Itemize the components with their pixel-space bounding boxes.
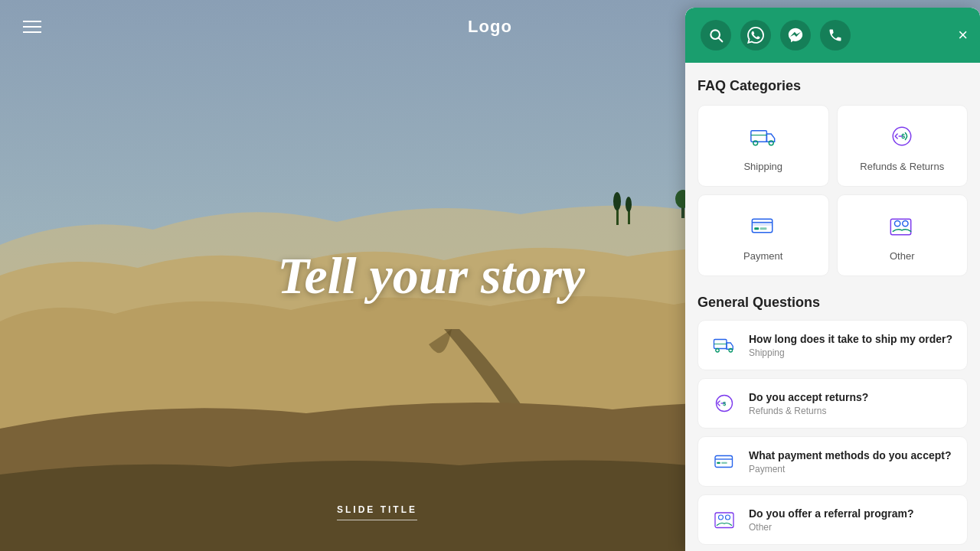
faq-panel: × FAQ Categories Shipping	[685, 8, 980, 551]
refunds-icon: $	[885, 119, 919, 153]
svg-rect-27	[760, 227, 766, 230]
payment-icon	[746, 209, 780, 243]
svg-line-16	[719, 38, 723, 42]
faq-category: Shipping	[749, 347, 955, 358]
panel-header: ×	[685, 8, 980, 63]
svg-rect-40	[721, 462, 727, 464]
refunds-label: Refunds & Returns	[860, 161, 944, 172]
faq-item-text: Do you accept returns? Refunds & Returns	[749, 390, 955, 416]
faq-question: How long does it take to ship my order?	[749, 332, 955, 346]
other-icon	[885, 209, 919, 243]
faq-category: Payment	[749, 464, 955, 474]
faq-returns-icon: $	[710, 390, 738, 417]
faq-item-shipping[interactable]: How long does it take to ship my order? …	[697, 320, 968, 370]
category-card-payment[interactable]: Payment	[697, 194, 829, 276]
hero-headline: Tell your story	[277, 247, 585, 305]
svg-point-12	[613, 192, 621, 210]
svg-point-30	[903, 220, 908, 226]
slide-title-container: SLIDE TITLE	[337, 504, 417, 520]
general-questions-title: General Questions	[697, 295, 968, 311]
payment-label: Payment	[743, 250, 782, 262]
svg-rect-26	[754, 227, 759, 230]
category-card-other[interactable]: Other	[837, 194, 969, 276]
category-grid: Shipping $ Refunds & Returns	[697, 105, 968, 276]
svg-point-33	[729, 349, 733, 353]
slide-title-underline	[337, 520, 417, 520]
faq-item-text: How long does it take to ship my order? …	[749, 332, 955, 358]
svg-rect-41	[715, 513, 733, 528]
hamburger-line	[23, 21, 41, 22]
svg-rect-37	[715, 456, 733, 468]
faq-category: Refunds & Returns	[749, 406, 955, 416]
faq-item-returns[interactable]: $ Do you accept returns? Refunds & Retur…	[697, 378, 968, 429]
phone-icon-button[interactable]	[820, 20, 851, 51]
faq-item-text: What payment methods do you accept? Paym…	[749, 448, 955, 474]
faq-question: What payment methods do you accept?	[749, 448, 955, 462]
whatsapp-icon-button[interactable]	[740, 20, 771, 51]
faq-item-text: Do you offer a referral program? Other	[749, 507, 955, 533]
svg-point-14	[626, 197, 632, 212]
svg-text:$: $	[723, 400, 727, 407]
panel-content[interactable]: FAQ Categories Shipping	[685, 63, 980, 551]
faq-item-other[interactable]: Do you offer a referral program? Other	[697, 494, 968, 545]
faq-categories-title: FAQ Categories	[697, 78, 968, 94]
faq-other-icon	[710, 506, 738, 533]
svg-point-42	[719, 515, 724, 520]
messenger-icon-button[interactable]	[780, 20, 811, 51]
svg-point-32	[716, 349, 720, 353]
search-icon-button[interactable]	[701, 20, 731, 51]
slide-title: SLIDE TITLE	[337, 504, 417, 515]
faq-question: Do you offer a referral program?	[749, 507, 955, 520]
svg-point-43	[726, 515, 730, 520]
faq-question: Do you accept returns?	[749, 390, 955, 404]
hamburger-line	[23, 31, 41, 33]
hamburger-line	[23, 26, 41, 28]
close-button[interactable]: ×	[958, 27, 968, 44]
shipping-label: Shipping	[743, 161, 782, 172]
svg-point-29	[895, 220, 900, 226]
site-logo: Logo	[468, 17, 512, 37]
hamburger-menu-button[interactable]	[23, 21, 41, 33]
svg-text:$: $	[902, 132, 906, 140]
faq-category: Other	[749, 522, 955, 533]
svg-rect-39	[717, 462, 720, 464]
svg-rect-17	[751, 131, 767, 142]
hero-text-container: Tell your story	[277, 247, 585, 305]
shipping-icon	[746, 119, 780, 153]
category-card-refunds[interactable]: $ Refunds & Returns	[837, 105, 969, 187]
faq-payment-icon	[710, 448, 738, 475]
faq-item-payment[interactable]: What payment methods do you accept? Paym…	[697, 436, 968, 487]
faq-shipping-icon	[710, 331, 738, 359]
category-card-shipping[interactable]: Shipping	[697, 105, 829, 187]
other-label: Other	[890, 250, 915, 262]
